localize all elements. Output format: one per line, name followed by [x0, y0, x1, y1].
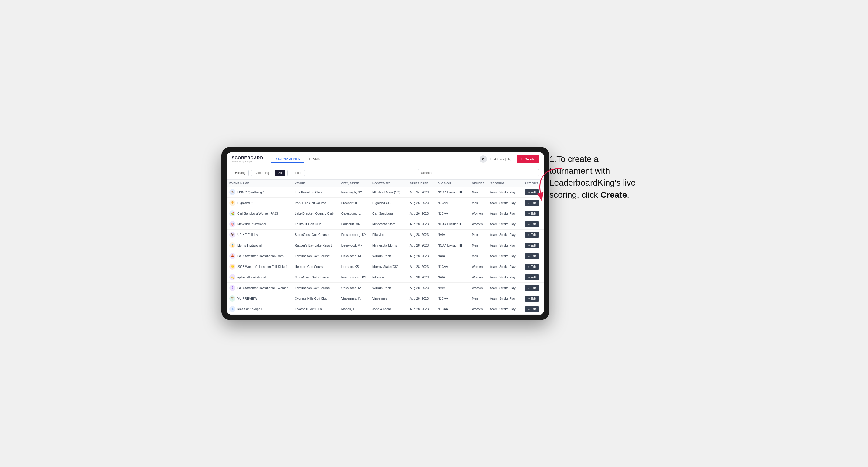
cell-division: NCAA Division III — [435, 240, 469, 251]
event-icon: 🎯 — [229, 221, 236, 227]
edit-icon — [528, 297, 530, 300]
cell-division: NJCAA I — [435, 304, 469, 315]
cell-venue: Kokopelli Golf Club — [292, 304, 339, 315]
table-body: 🏌 MSMC Qualifying 1 The Powelton Club Ne… — [227, 187, 544, 315]
cell-actions: Edit — [522, 272, 544, 283]
cell-hosted-by: William Penn — [370, 251, 407, 261]
cell-venue: StoneCrest Golf Course — [292, 229, 339, 240]
cell-start-date: Aug 25, 2023 — [407, 198, 435, 208]
tablet-screen: SCOREBOARD Powered by Clippit TOURNAMENT… — [227, 152, 544, 315]
cell-gender: Women — [469, 272, 488, 283]
cell-scoring: team, Stroke Play — [488, 251, 522, 261]
col-header-division: DIVISION — [435, 180, 469, 187]
cell-hosted-by: Pikeville — [370, 272, 407, 283]
event-name-label: VU PREVIEW — [237, 297, 257, 300]
cell-hosted-by: Highland CC — [370, 198, 407, 208]
edit-icon — [528, 308, 530, 311]
cell-event-name: 🦅 UPIKE Fall Invite — [227, 229, 292, 240]
cell-gender: Men — [469, 198, 488, 208]
cell-start-date: Aug 28, 2023 — [407, 251, 435, 261]
edit-button[interactable]: Edit — [525, 275, 539, 280]
cell-event-name: 🏌 MSMC Qualifying 1 — [227, 187, 292, 198]
filter-options-button[interactable]: ☰ Filter — [287, 170, 305, 176]
table-row: 🎖 Fall Statesmen Invitational - Women Ed… — [227, 283, 544, 293]
tab-teams[interactable]: TEAMS — [305, 155, 324, 163]
tab-tournaments[interactable]: TOURNAMENTS — [271, 155, 304, 163]
cell-city-state: Galesburg, IL — [339, 208, 370, 219]
all-filter[interactable]: All — [275, 170, 285, 176]
cell-city-state: Hesston, KS — [339, 261, 370, 272]
cell-start-date: Aug 28, 2023 — [407, 272, 435, 283]
edit-icon — [528, 244, 530, 247]
logo-area: SCOREBOARD Powered by Clippit — [232, 155, 263, 163]
cell-event-name: 🎖 Fall Statesmen Invitational - Women — [227, 283, 292, 293]
edit-button[interactable]: Edit — [525, 232, 539, 238]
event-name-label: Highland 36 — [237, 201, 254, 205]
competing-filter[interactable]: Competing — [251, 170, 272, 176]
event-name-label: Fall Statesmen Invitational - Men — [237, 254, 284, 258]
gear-icon[interactable]: ⚙ — [479, 155, 487, 163]
edit-icon — [528, 223, 530, 226]
edit-button[interactable]: Edit — [525, 221, 539, 227]
cell-actions: Edit — [522, 251, 544, 261]
cell-city-state: Faribault, MN — [339, 219, 370, 229]
search-input[interactable] — [417, 169, 539, 177]
cell-hosted-by: Minnesota State — [370, 219, 407, 229]
app-header: SCOREBOARD Powered by Clippit TOURNAMENT… — [227, 152, 544, 166]
cell-city-state: Prestonsburg, KY — [339, 272, 370, 283]
cell-venue: Park Hills Golf Course — [292, 198, 339, 208]
edit-icon — [528, 201, 530, 205]
edit-button[interactable]: Edit — [525, 243, 539, 248]
instruction-panel: 1.To create a tournament with Leaderboar… — [550, 147, 647, 207]
cell-scoring: team, Stroke Play — [488, 304, 522, 315]
cell-event-name: 🏆 Highland 36 — [227, 198, 292, 208]
cell-venue: Hesston Golf Course — [292, 261, 339, 272]
edit-icon — [528, 191, 530, 194]
cell-hosted-by: Murray State (OK) — [370, 261, 407, 272]
cell-division: NAIA — [435, 229, 469, 240]
table-row: 🎯 Maverick Invitational Faribault Golf C… — [227, 219, 544, 229]
cell-hosted-by: John A Logan — [370, 304, 407, 315]
create-button[interactable]: Create — [517, 155, 539, 163]
col-header-city-state: CITY, STATE — [339, 180, 370, 187]
cell-venue: Lake Bracken Country Club — [292, 208, 339, 219]
cell-division: NCAA Division II — [435, 219, 469, 229]
event-icon: 🎗 — [229, 306, 236, 312]
col-header-venue: VENUE — [292, 180, 339, 187]
cell-hosted-by: Pikeville — [370, 229, 407, 240]
hosting-filter[interactable]: Hosting — [232, 170, 249, 176]
cell-venue: The Powelton Club — [292, 187, 339, 198]
event-icon: ⛳ — [229, 211, 236, 217]
col-header-gender: GENDER — [469, 180, 488, 187]
cell-city-state: Oskaloosa, IA — [339, 283, 370, 293]
cell-event-name: ⛳ Carl Sandburg Women FA23 — [227, 208, 292, 219]
cell-start-date: Aug 28, 2023 — [407, 293, 435, 304]
event-name-label: Fall Statesmen Invitational - Women — [237, 286, 288, 290]
cell-division: NCAA Division III — [435, 187, 469, 198]
cell-gender: Women — [469, 261, 488, 272]
cell-actions: Edit — [522, 261, 544, 272]
cell-division: NJCAA I — [435, 208, 469, 219]
cell-scoring: team, Stroke Play — [488, 272, 522, 283]
cell-actions: Edit — [522, 208, 544, 219]
cell-event-name: 🏹 VU PREVIEW — [227, 293, 292, 304]
cell-actions: Edit — [522, 293, 544, 304]
edit-button[interactable]: Edit — [525, 296, 539, 302]
cell-start-date: Aug 28, 2023 — [407, 219, 435, 229]
edit-button[interactable]: Edit — [525, 306, 539, 312]
col-header-start-date: START DATE — [407, 180, 435, 187]
tournaments-table: EVENT NAME VENUE CITY, STATE HOSTED BY S… — [227, 180, 544, 315]
event-icon: 💫 — [229, 274, 236, 280]
cell-gender: Men — [469, 251, 488, 261]
edit-button[interactable]: Edit — [525, 264, 539, 270]
cell-venue: Edmundson Golf Course — [292, 283, 339, 293]
event-icon: 🏅 — [229, 242, 236, 248]
table-row: 🏆 Highland 36 Park Hills Golf Course Fre… — [227, 198, 544, 208]
event-icon: 🏆 — [229, 200, 236, 206]
cell-venue: StoneCrest Golf Course — [292, 272, 339, 283]
edit-button[interactable]: Edit — [525, 285, 539, 291]
cell-scoring: team, Stroke Play — [488, 283, 522, 293]
edit-button[interactable]: Edit — [525, 211, 539, 217]
edit-button[interactable]: Edit — [525, 253, 539, 259]
cell-hosted-by: Minnesota-Morris — [370, 240, 407, 251]
